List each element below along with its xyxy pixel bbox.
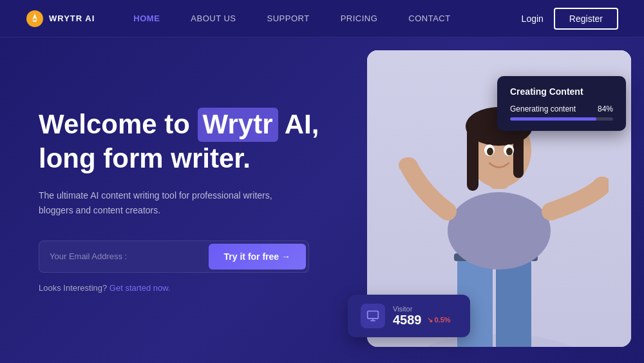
- visitor-info: Visitor 4589 ↘ 0.5%: [393, 305, 451, 328]
- nav-link-about[interactable]: ABOUT US: [191, 14, 236, 23]
- nav-link-home[interactable]: HOME: [133, 14, 160, 23]
- svg-point-0: [26, 10, 43, 27]
- try-free-button[interactable]: Try it for free →: [209, 244, 306, 270]
- creating-card-label: Generating content 84%: [510, 104, 613, 113]
- svg-rect-2: [33, 20, 37, 22]
- svg-point-15: [487, 148, 493, 155]
- nav-link-contact[interactable]: CONTACT: [408, 14, 450, 23]
- hero-right: Creating Content Generating content 84% …: [348, 37, 644, 363]
- title-before: Welcome to: [39, 109, 190, 139]
- login-button[interactable]: Login: [522, 14, 544, 24]
- get-started-link[interactable]: Get started now.: [109, 283, 171, 293]
- hero-section: Welcome to Wrytr AI, long form writer. T…: [0, 37, 644, 363]
- nav-link-support[interactable]: SUPPORT: [267, 14, 310, 23]
- generating-label: Generating content: [510, 104, 576, 113]
- visitor-change: ↘ 0.5%: [427, 316, 451, 324]
- svg-rect-11: [467, 126, 478, 191]
- logo-text: WRYTR AI: [49, 14, 95, 23]
- progress-bar-fill: [510, 117, 596, 121]
- navbar: WRYTR AI HOME ABOUT US SUPPORT PRICING C…: [0, 0, 644, 37]
- title-after: AI,: [285, 109, 319, 139]
- nav-actions: Login Register: [522, 8, 618, 30]
- hero-title: Welcome to Wrytr AI, long form writer.: [39, 108, 348, 175]
- email-form: Try it for free →: [39, 240, 309, 273]
- monitor-icon: [361, 304, 385, 328]
- svg-point-18: [399, 157, 417, 173]
- hero-left: Welcome to Wrytr AI, long form writer. T…: [0, 37, 348, 363]
- progress-percent: 84%: [598, 104, 613, 113]
- svg-rect-12: [513, 126, 524, 178]
- creating-content-card: Creating Content Generating content 84%: [497, 76, 626, 131]
- logo[interactable]: WRYTR AI: [26, 10, 95, 28]
- svg-point-7: [448, 192, 551, 270]
- hero-subtitle: The ultimate AI content writing tool for…: [39, 188, 283, 217]
- creating-card-title: Creating Content: [510, 86, 613, 97]
- svg-rect-5: [496, 257, 531, 347]
- nav-link-pricing[interactable]: PRICING: [341, 14, 378, 23]
- title-highlight: Wrytr: [198, 108, 278, 142]
- visitor-label: Visitor: [393, 305, 451, 313]
- visitor-count: 4589: [393, 313, 422, 328]
- hero-note: Looks Interesting? Get started now.: [39, 283, 348, 293]
- note-text: Looks Interesting?: [39, 283, 107, 293]
- title-line2: long form writer.: [39, 143, 251, 173]
- svg-rect-19: [368, 311, 379, 319]
- logo-icon: [26, 10, 44, 28]
- nav-links: HOME ABOUT US SUPPORT PRICING CONTACT: [133, 14, 521, 23]
- email-input[interactable]: [50, 246, 209, 266]
- progress-bar-bg: [510, 117, 613, 121]
- visitor-card: Visitor 4589 ↘ 0.5%: [348, 295, 470, 337]
- register-button[interactable]: Register: [554, 8, 618, 30]
- svg-point-16: [506, 148, 513, 155]
- visitor-row: 4589 ↘ 0.5%: [393, 313, 451, 328]
